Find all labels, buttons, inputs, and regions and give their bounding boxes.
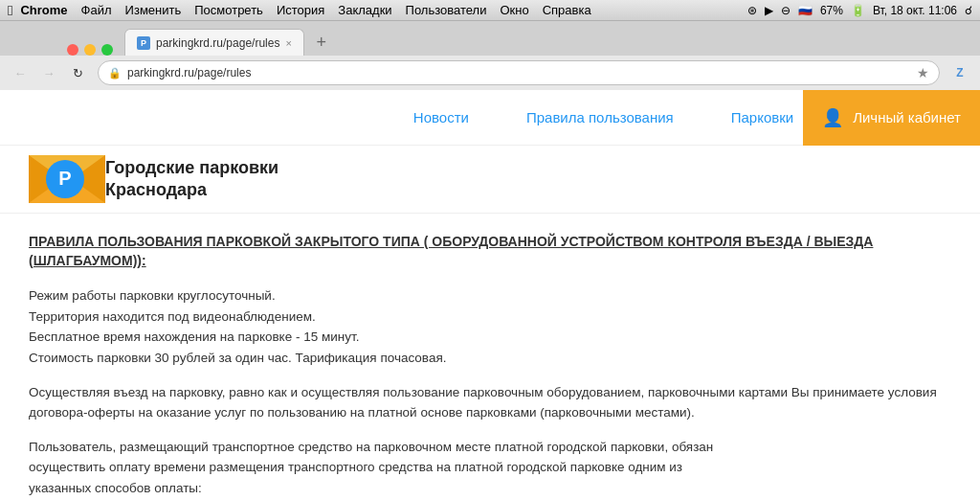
menu-edit[interactable]: Изменить [125,3,182,17]
para1-line1: Режим работы парковки круглосуточный. [29,288,276,303]
menubar-items: Chrome Файл Изменить Посмотреть История … [20,3,590,17]
flag-icon: 🇷🇺 [798,4,813,17]
para3-line2: осуществить оплату времени размещения тр… [29,460,682,474]
para3-line1: Пользователь, размещающий транспортное с… [29,440,713,454]
new-tab-btn[interactable]: + [308,29,335,56]
site-logo-area: P Городские парковки Краснодара [0,146,980,214]
close-window-btn[interactable] [67,44,78,56]
fullscreen-window-btn[interactable] [101,44,113,56]
content-para3: Пользователь, размещающий транспортное с… [29,437,951,500]
nav-buttons: ← → ↻ [8,60,90,85]
menu-users[interactable]: Пользователи [406,3,487,17]
menu-help[interactable]: Справка [543,3,591,17]
tab-close-btn[interactable]: × [285,37,291,49]
para1-line4: Стоимость парковки 30 рублей за один час… [29,351,446,365]
content-para2: Осуществляя въезд на парковку, равно как… [29,382,951,423]
content-heading: ПРАВИЛА ПОЛЬЗОВАНИЯ ПАРКОВКОЙ ЗАКРЫТОГО … [29,233,951,270]
nav-cabinet-btn[interactable]: 👤 Личный кабинет [803,90,980,146]
datetime: Вт, 18 окт. 11:06 [873,4,957,17]
url-text: parkingkrd.ru/page/rules [127,66,251,80]
user-icon: 👤 [822,107,843,128]
forward-btn[interactable]: → [36,60,61,85]
logo-text: Городские парковки Краснодара [105,157,278,202]
content-para1: Режим работы парковки круглосуточный. Те… [29,285,951,368]
nav-news[interactable]: Новости [404,109,479,125]
volume-icon: ▶ [765,4,773,17]
address-bar[interactable]: 🔒 parkingkrd.ru/page/rules ★ [98,60,940,85]
traffic-lights [67,44,113,56]
menu-bookmarks[interactable]: Закладки [338,3,391,17]
site-nav: Новости Правила пользования Парковки [404,109,803,125]
browser-action-buttons: Z [947,60,972,85]
menu-view[interactable]: Посмотреть [194,3,263,17]
svg-text:P: P [58,168,71,189]
nav-rules[interactable]: Правила пользования [517,109,683,125]
logo-title-line1: Городские парковки [105,157,278,179]
browser-tabs-bar: P parkingkrd.ru/page/rules × + [0,21,980,56]
battery-icon: 🔋 [851,4,865,17]
reload-btn[interactable]: ↻ [65,60,90,85]
menu-history[interactable]: История [277,3,324,17]
browser-chrome: P parkingkrd.ru/page/rules × + ← → ↻ 🔒 p… [0,21,980,90]
para3-line3: указанных способов оплаты: [29,481,202,495]
site-header: Новости Правила пользования Парковки 👤 Л… [0,90,980,146]
extensions-btn[interactable]: Z [947,60,972,85]
website: Новости Правила пользования Парковки 👤 Л… [0,90,980,500]
menu-chrome[interactable]: Chrome [20,3,67,17]
wifi-icon: ⊖ [781,4,791,17]
para1-line2: Территория находится под видеонаблюдение… [29,309,316,324]
nav-parking[interactable]: Парковки [722,109,803,125]
minimize-window-btn[interactable] [84,44,96,56]
menu-window[interactable]: Окно [500,3,528,17]
site-logo-graphic: P [29,155,105,203]
site-content: ПРАВИЛА ПОЛЬЗОВАНИЯ ПАРКОВКОЙ ЗАКРЫТОГО … [0,214,980,500]
bluetooth-icon: ⊛ [747,4,757,17]
browser-toolbar: ← → ↻ 🔒 parkingkrd.ru/page/rules ★ Z [0,56,980,90]
browser-tab-active[interactable]: P parkingkrd.ru/page/rules × [124,29,304,56]
tab-favicon: P [137,36,150,50]
search-icon[interactable]: ☌ [965,4,972,17]
battery-text: 67% [820,4,843,17]
menubar-right: ⊛ ▶ ⊖ 🇷🇺 67% 🔋 Вт, 18 окт. 11:06 ☌ [747,4,972,17]
para1-line3: Бесплатное время нахождения на парковке … [29,330,359,344]
ssl-lock-icon: 🔒 [108,67,122,80]
cabinet-label: Личный кабинет [853,109,961,125]
logo-title-line2: Краснодара [105,179,278,201]
bookmark-star-icon[interactable]: ★ [917,65,929,80]
back-btn[interactable]: ← [8,60,33,85]
menu-file[interactable]: Файл [81,3,112,17]
os-menubar:  Chrome Файл Изменить Посмотреть Истори… [0,0,980,21]
tab-title: parkingkrd.ru/page/rules [156,36,279,50]
apple-logo[interactable]:  [8,2,12,18]
